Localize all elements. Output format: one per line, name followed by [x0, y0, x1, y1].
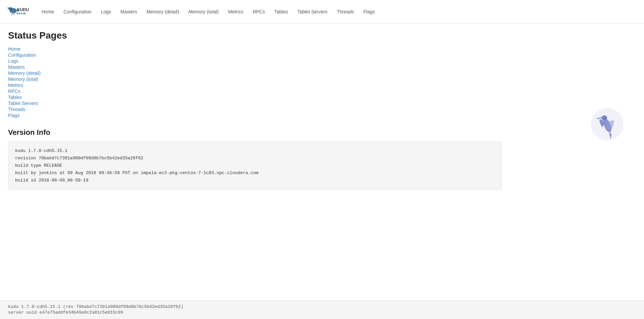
svg-rect-9 [17, 12, 17, 14]
list-item: Configuration [8, 52, 502, 58]
nav-link-tables[interactable]: Tables [270, 6, 292, 17]
nav-link-threads[interactable]: Threads [332, 6, 359, 17]
version-line-4: built by jenkins at 09 Aug 2018 09:46:59… [15, 169, 495, 177]
list-item: Tablet Servers [8, 101, 502, 106]
version-line-1: kudu 1.7.0-cdh5.15.1 [15, 147, 495, 155]
nav-link-tablet-servers[interactable]: Tablet Servers [292, 6, 332, 17]
status-link-threads[interactable]: Threads [8, 107, 25, 112]
status-link-logs[interactable]: Logs [8, 58, 18, 64]
status-link-configuration[interactable]: Configuration [8, 52, 36, 58]
version-box: kudu 1.7.0-cdh5.15.1 revision 70babd7c73… [8, 142, 502, 190]
list-item: Logs [8, 58, 502, 64]
list-item: Threads [8, 107, 502, 112]
list-item: Memory (detail) [8, 70, 502, 76]
nav-link-flags[interactable]: Flags [359, 6, 379, 17]
nav-item: Threads [332, 6, 359, 17]
nav-item: Home [37, 6, 59, 17]
nav-link-logs[interactable]: Logs [96, 6, 116, 17]
nav-link-configuration[interactable]: Configuration [59, 6, 96, 17]
list-item: Masters [8, 64, 502, 70]
status-link-tables[interactable]: Tables [8, 95, 21, 100]
svg-rect-16 [24, 12, 25, 14]
nav-item: Memory (total) [184, 6, 223, 17]
navbar: KUDU HomeConfigurationLogsMastersMemory … [0, 0, 644, 23]
status-link-home[interactable]: Home [8, 46, 20, 52]
list-item: RPCs [8, 89, 502, 94]
nav-link-rpcs[interactable]: RPCs [248, 6, 270, 17]
status-link-memory--detail-[interactable]: Memory (detail) [8, 70, 41, 76]
version-line-3: build type RELEASE [15, 162, 495, 169]
logo-icon: KUDU [5, 2, 29, 21]
list-item: Home [8, 46, 502, 52]
nav-links: HomeConfigurationLogsMastersMemory (deta… [37, 6, 380, 17]
svg-line-6 [12, 13, 12, 15]
list-item: Flags [8, 113, 502, 118]
nav-item: Tables [270, 6, 292, 17]
nav-link-memory--total-[interactable]: Memory (total) [184, 6, 223, 17]
brand-logo[interactable]: KUDU [5, 2, 29, 21]
svg-text:KUDU: KUDU [17, 7, 29, 12]
version-line-5: build id 2018-08-09_08-50-19 [15, 177, 495, 184]
svg-rect-14 [22, 13, 23, 14]
nav-item: Configuration [59, 6, 96, 17]
version-line-2: revision 70babd7c7391a980df09d8b7bc5b42e… [15, 155, 495, 162]
status-links-list: HomeConfigurationLogsMastersMemory (deta… [8, 46, 502, 118]
list-item: Metrics [8, 83, 502, 88]
bird-watermark [590, 107, 624, 141]
nav-link-masters[interactable]: Masters [116, 6, 142, 17]
nav-item: RPCs [248, 6, 270, 17]
svg-rect-17 [25, 13, 26, 14]
nav-item: Metrics [223, 6, 248, 17]
nav-link-metrics[interactable]: Metrics [223, 6, 248, 17]
svg-rect-11 [19, 12, 19, 14]
version-info-title: Version Info [8, 128, 502, 137]
status-link-rpcs[interactable]: RPCs [8, 89, 20, 94]
list-item: Tables [8, 95, 502, 100]
nav-item: Flags [359, 6, 379, 17]
nav-item: Logs [96, 6, 116, 17]
nav-item: Masters [116, 6, 142, 17]
status-link-tablet-servers[interactable]: Tablet Servers [8, 101, 38, 106]
status-link-flags[interactable]: Flags [8, 113, 19, 118]
svg-rect-12 [20, 13, 21, 14]
nav-item: Tablet Servers [292, 6, 332, 17]
svg-rect-13 [21, 12, 22, 14]
svg-point-5 [10, 8, 11, 9]
status-link-metrics[interactable]: Metrics [8, 83, 23, 88]
page-title: Status Pages [8, 30, 502, 41]
nav-link-home[interactable]: Home [37, 6, 59, 17]
svg-point-20 [602, 115, 607, 121]
watermark-bird-icon [590, 107, 624, 141]
main-content: Status Pages HomeConfigurationLogsMaster… [0, 23, 510, 197]
nav-link-memory--detail-[interactable]: Memory (detail) [142, 6, 184, 17]
svg-line-7 [14, 13, 14, 15]
status-link-memory--total-[interactable]: Memory (total) [8, 76, 38, 82]
status-link-masters[interactable]: Masters [8, 64, 25, 70]
nav-item: Memory (detail) [142, 6, 184, 17]
svg-rect-10 [18, 13, 18, 14]
svg-rect-15 [23, 13, 24, 14]
list-item: Memory (total) [8, 76, 502, 82]
